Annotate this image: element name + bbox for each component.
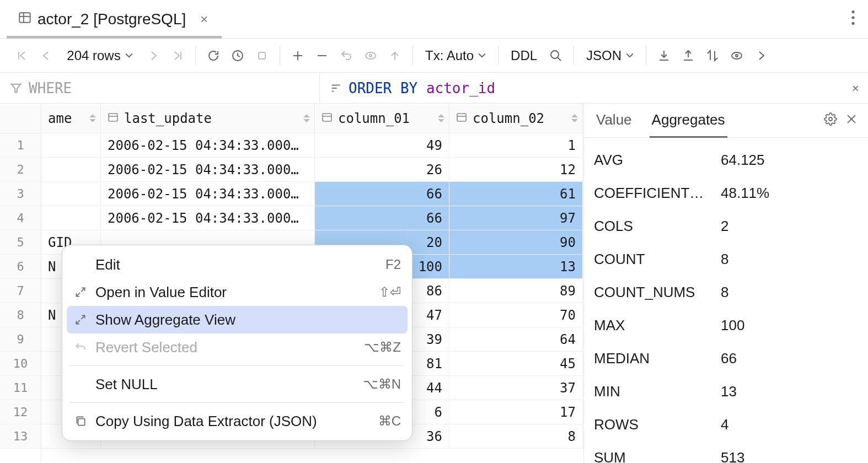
preview-button[interactable] <box>358 44 383 68</box>
cell-column-01[interactable]: 49 <box>315 133 449 157</box>
column-header-column-01[interactable]: column_01 <box>315 104 449 133</box>
menu-copy-extractor[interactable]: Copy Using Data Extractor (JSON) ⌘C <box>62 407 412 435</box>
aggregate-row[interactable]: COUNT8 <box>584 243 868 276</box>
row-number[interactable]: 5 <box>0 230 41 255</box>
export-button[interactable] <box>652 44 676 68</box>
table-row[interactable]: 2006-02-15 04:34:33.000…6661 <box>41 182 583 206</box>
row-number[interactable]: 11 <box>0 376 41 400</box>
row-number[interactable]: 9 <box>0 327 41 352</box>
cell-column-02[interactable]: 97 <box>449 206 583 230</box>
column-header-column-02[interactable]: column_02 <box>449 104 583 133</box>
cell-column-01[interactable]: 66 <box>315 206 449 230</box>
cell-name[interactable] <box>41 158 101 181</box>
where-filter[interactable]: WHERE <box>0 73 320 103</box>
cell-column-01[interactable]: 66 <box>315 182 449 206</box>
row-number[interactable]: 1 <box>0 133 41 158</box>
cell-column-02[interactable]: 70 <box>449 303 583 327</box>
submit-button[interactable] <box>383 44 407 68</box>
first-page-button[interactable] <box>10 44 34 68</box>
expand-button[interactable] <box>749 44 773 68</box>
view-options-button[interactable] <box>725 44 749 68</box>
aggregate-row[interactable]: SUM513 <box>584 441 868 463</box>
kebab-menu-button[interactable] <box>851 10 855 28</box>
cell-column-02[interactable]: 64 <box>449 327 583 351</box>
format-label: JSON <box>586 48 621 63</box>
menu-set-null[interactable]: Set NULL ⌥⌘N <box>62 370 412 398</box>
table-row[interactable]: 2006-02-15 04:34:33.000…2612 <box>41 158 583 182</box>
row-number[interactable]: 2 <box>0 158 41 182</box>
next-page-button[interactable] <box>141 44 165 68</box>
tab-value[interactable]: Value <box>594 104 634 138</box>
cell-last-update[interactable]: 2006-02-15 04:34:33.000… <box>101 158 315 181</box>
cell-last-update[interactable]: 2006-02-15 04:34:33.000… <box>101 206 315 230</box>
row-number[interactable]: 3 <box>0 182 41 206</box>
close-panel-button[interactable] <box>845 112 858 128</box>
cell-column-02[interactable]: 37 <box>449 376 583 400</box>
row-number[interactable]: 6 <box>0 255 41 279</box>
cell-column-02[interactable]: 89 <box>449 279 583 303</box>
editor-tab[interactable]: actor_2 [PostgreSQL] × <box>7 0 219 38</box>
sidebar-tabs: Value Aggregates <box>584 104 868 138</box>
aggregate-name: MIN <box>594 383 721 400</box>
clear-orderby-button[interactable]: × <box>852 81 859 95</box>
row-number[interactable]: 13 <box>0 424 41 449</box>
cell-column-02[interactable]: 45 <box>449 352 583 375</box>
cell-column-02[interactable]: 12 <box>449 158 583 181</box>
cell-column-02[interactable]: 8 <box>449 424 583 448</box>
tab-aggregates[interactable]: Aggregates <box>650 104 727 138</box>
cell-name[interactable] <box>41 182 101 206</box>
column-header-last-update[interactable]: last_update <box>101 104 315 133</box>
menu-open-value-editor[interactable]: Open in Value Editor ⇧⏎ <box>62 278 412 306</box>
search-button[interactable] <box>544 44 568 68</box>
aggregate-row[interactable]: ROWS4 <box>584 408 868 441</box>
cell-last-update[interactable]: 2006-02-15 04:34:33.000… <box>101 133 315 157</box>
row-number[interactable]: 8 <box>0 303 41 327</box>
aggregate-row[interactable]: MIN13 <box>584 375 868 408</box>
revert-button[interactable] <box>334 44 358 68</box>
prev-page-button[interactable] <box>34 44 58 68</box>
row-count-dropdown[interactable]: 204 rows <box>58 48 141 63</box>
orderby-filter[interactable]: ORDER BY actor_id × <box>320 73 868 103</box>
cell-column-02[interactable]: 1 <box>449 133 583 157</box>
cell-name[interactable] <box>41 133 101 157</box>
close-tab-button[interactable]: × <box>200 12 208 27</box>
cell-name[interactable] <box>41 206 101 230</box>
aggregate-row[interactable]: MEDIAN66 <box>584 342 868 375</box>
stop-button[interactable] <box>250 44 274 68</box>
ddl-button[interactable]: DDL <box>504 48 544 63</box>
cell-last-update[interactable]: 2006-02-15 04:34:33.000… <box>101 182 315 206</box>
aggregate-row[interactable]: COUNT_NUMS8 <box>584 276 868 309</box>
table-row[interactable]: 2006-02-15 04:34:33.000…6697 <box>41 206 583 230</box>
cell-column-02[interactable]: 61 <box>449 182 583 206</box>
aggregate-row[interactable]: AVG64.125 <box>584 143 868 176</box>
svg-rect-49 <box>78 419 85 426</box>
row-number[interactable]: 12 <box>0 400 41 424</box>
menu-revert-selected[interactable]: Revert Selected ⌥⌘Z <box>62 333 412 361</box>
aggregate-row[interactable]: COLS2 <box>584 209 868 243</box>
cell-column-01[interactable]: 26 <box>315 158 449 181</box>
tab-bar: actor_2 [PostgreSQL] × <box>0 0 868 39</box>
menu-edit[interactable]: Edit F2 <box>62 251 412 278</box>
cell-column-02[interactable]: 90 <box>449 230 583 254</box>
cell-column-02[interactable]: 13 <box>449 255 583 278</box>
add-row-button[interactable] <box>286 44 310 68</box>
aggregate-row[interactable]: COEFFICIENT…48.11% <box>584 176 868 209</box>
remove-row-button[interactable] <box>310 44 334 68</box>
menu-show-aggregate-view[interactable]: Show Aggregate View <box>67 306 408 333</box>
table-row[interactable]: 2006-02-15 04:34:33.000…491 <box>41 133 583 158</box>
tx-mode-dropdown[interactable]: Tx: Auto <box>419 48 492 63</box>
format-dropdown[interactable]: JSON <box>580 48 640 63</box>
import-button[interactable] <box>676 44 700 68</box>
row-number[interactable]: 4 <box>0 206 41 230</box>
history-button[interactable] <box>226 44 250 68</box>
cell-column-02[interactable]: 17 <box>449 400 583 424</box>
row-number[interactable]: 10 <box>0 352 41 376</box>
row-number[interactable]: 7 <box>0 279 41 303</box>
aggregate-row[interactable]: MAX100 <box>584 309 868 342</box>
column-header-name[interactable]: ame <box>41 104 101 133</box>
svg-rect-0 <box>19 13 30 22</box>
transpose-button[interactable] <box>700 44 725 68</box>
reload-button[interactable] <box>201 44 226 68</box>
gear-icon[interactable] <box>824 112 837 128</box>
last-page-button[interactable] <box>165 44 190 68</box>
